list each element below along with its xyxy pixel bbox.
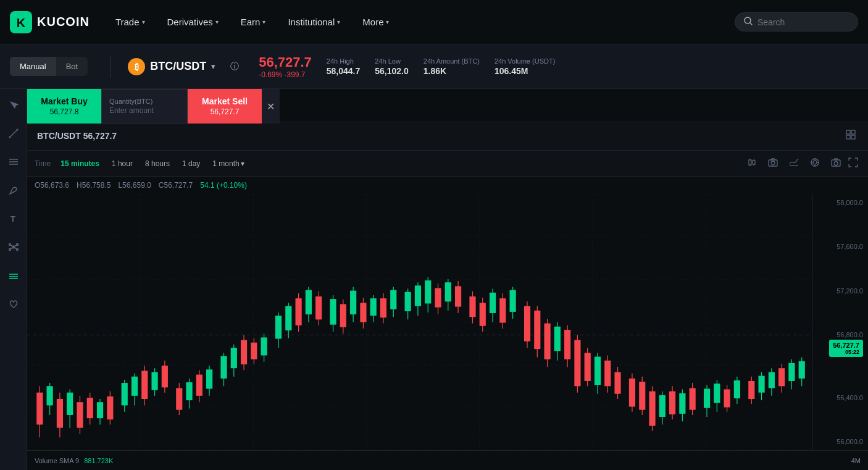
ticker-dropdown-icon[interactable]: ▾ xyxy=(211,62,215,71)
ticker-info-icon[interactable]: ⓘ xyxy=(230,61,239,72)
svg-rect-189 xyxy=(734,380,740,398)
svg-rect-25 xyxy=(846,135,850,139)
svg-rect-67 xyxy=(77,402,83,428)
price-area: 56,727.7 -0.69% -399.7 xyxy=(259,54,312,79)
svg-rect-139 xyxy=(469,296,475,317)
svg-rect-23 xyxy=(846,130,850,134)
svg-rect-177 xyxy=(669,392,675,414)
svg-rect-87 xyxy=(186,382,192,400)
market-sell-label: Market Sell xyxy=(202,96,248,106)
draw-tool-icon[interactable] xyxy=(5,182,22,199)
candle-type-icon[interactable] xyxy=(745,155,759,172)
svg-rect-101 xyxy=(261,337,267,355)
svg-rect-119 xyxy=(360,303,366,322)
horizontal-line-icon[interactable] xyxy=(5,153,22,170)
ohlc-info: O56,673.6 H56,758.5 L56,659.0 C56,727.7 … xyxy=(27,177,868,194)
svg-rect-163 xyxy=(595,357,601,385)
svg-rect-109 xyxy=(306,290,312,314)
screenshot-icon[interactable] xyxy=(766,155,780,172)
svg-point-6 xyxy=(16,129,18,131)
network-icon[interactable] xyxy=(5,238,22,256)
ticker-symbol-area[interactable]: ₿ BTC/USDT ▾ xyxy=(128,58,215,75)
svg-rect-137 xyxy=(455,286,461,306)
stat-high: 24h High 58,044.7 xyxy=(327,57,361,76)
svg-rect-127 xyxy=(405,292,411,311)
volume-axis-label: 4M xyxy=(851,457,861,464)
svg-rect-107 xyxy=(296,298,302,325)
trade-chevron-icon: ▾ xyxy=(142,19,145,25)
time-btn-8hours[interactable]: 8 hours xyxy=(140,157,175,170)
candlestick-chart[interactable]: 58,000.0 57,600.0 57,200.0 56,800.0 56,7… xyxy=(27,194,868,450)
svg-rect-169 xyxy=(629,379,635,407)
svg-point-34 xyxy=(771,161,775,165)
time-btn-15min[interactable]: 15 minutes xyxy=(56,157,104,170)
svg-rect-61 xyxy=(47,386,53,405)
market-sell-button[interactable]: Market Sell 56,727.7 xyxy=(188,89,262,124)
svg-rect-73 xyxy=(107,397,113,419)
btc-icon: ₿ xyxy=(128,58,145,75)
svg-rect-161 xyxy=(585,353,591,381)
manual-button[interactable]: Manual xyxy=(10,57,56,76)
svg-rect-129 xyxy=(415,285,421,306)
text-tool-icon[interactable]: T xyxy=(5,210,22,227)
trend-line-icon[interactable] xyxy=(5,125,22,142)
close-order-panel-button[interactable]: ✕ xyxy=(262,89,280,124)
svg-rect-79 xyxy=(141,371,148,399)
svg-rect-157 xyxy=(564,330,570,359)
volume-value: 106.45M xyxy=(495,66,555,76)
svg-rect-155 xyxy=(554,327,561,351)
amount-label: 24h Amount (BTC) xyxy=(424,57,480,65)
svg-rect-145 xyxy=(499,298,506,322)
svg-text:K: K xyxy=(17,16,26,30)
time-btn-1hour[interactable]: 1 hour xyxy=(107,157,138,170)
main-content: T xyxy=(0,89,868,470)
quantity-label: Quantity(BTC) xyxy=(109,98,180,105)
svg-rect-69 xyxy=(87,398,93,418)
svg-rect-175 xyxy=(659,395,666,417)
svg-rect-165 xyxy=(604,361,611,387)
time-btn-1month[interactable]: 1 month ▾ xyxy=(207,157,249,170)
svg-rect-65 xyxy=(67,393,73,415)
quantity-input-area: Quantity(BTC) Enter amount xyxy=(101,89,188,124)
chart-tool-icons xyxy=(745,155,843,172)
bot-button[interactable]: Bot xyxy=(56,57,88,76)
svg-rect-117 xyxy=(350,291,356,314)
svg-line-3 xyxy=(750,23,752,25)
fullscreen-icon[interactable] xyxy=(846,155,861,172)
ohlc-high: H56,758.5 xyxy=(77,181,111,190)
chart-svg-container xyxy=(27,194,812,450)
ticker-symbol: BTC/USDT xyxy=(150,60,206,73)
time-btn-1day[interactable]: 1 day xyxy=(177,157,205,170)
target-icon[interactable] xyxy=(807,155,822,172)
ohlc-low: L56,659.0 xyxy=(118,181,151,190)
search-box[interactable] xyxy=(735,12,858,31)
heart-icon[interactable] xyxy=(5,295,22,313)
indicator-lines-icon[interactable] xyxy=(5,267,22,284)
market-buy-price: 56,727.8 xyxy=(50,107,79,116)
svg-rect-185 xyxy=(714,384,720,403)
high-value: 58,044.7 xyxy=(327,66,361,76)
svg-rect-171 xyxy=(639,382,645,410)
nav-item-more[interactable]: More ▾ xyxy=(351,0,400,44)
svg-rect-199 xyxy=(788,363,795,381)
nav-item-institutional[interactable]: Institutional ▾ xyxy=(277,0,351,44)
nav-label-trade: Trade xyxy=(115,17,140,27)
camera-icon[interactable] xyxy=(828,155,843,172)
svg-rect-187 xyxy=(724,389,730,407)
main-price: 56,727.7 xyxy=(259,54,312,70)
svg-rect-95 xyxy=(231,348,237,368)
cursor-tool-icon[interactable] xyxy=(5,96,22,114)
nav-item-earn[interactable]: Earn ▾ xyxy=(230,0,277,44)
indicator-icon[interactable] xyxy=(787,155,801,172)
search-input[interactable] xyxy=(757,17,844,27)
nav-label-earn: Earn xyxy=(241,17,261,27)
svg-rect-149 xyxy=(524,306,530,342)
svg-rect-75 xyxy=(122,383,128,405)
nav-item-derivatives[interactable]: Derivatives ▾ xyxy=(156,0,230,44)
grid-icon[interactable] xyxy=(843,127,858,144)
svg-rect-151 xyxy=(534,311,540,349)
logo-text: KUCOIN xyxy=(37,15,90,29)
nav-item-trade[interactable]: Trade ▾ xyxy=(104,0,156,44)
market-buy-button[interactable]: Market Buy 56,727.8 xyxy=(27,89,101,124)
svg-rect-89 xyxy=(196,375,202,396)
